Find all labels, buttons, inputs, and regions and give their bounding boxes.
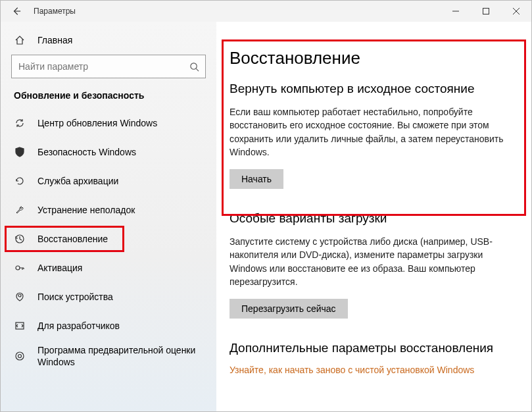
sidebar: Главная Обновление и безопасность Центр … bbox=[1, 22, 216, 411]
shield-icon bbox=[14, 147, 26, 157]
sidebar-home[interactable]: Главная bbox=[1, 28, 216, 55]
insider-icon bbox=[14, 351, 26, 361]
backup-icon bbox=[14, 176, 26, 186]
svg-point-11 bbox=[18, 355, 22, 358]
restart-now-button[interactable]: Перезагрузить сейчас bbox=[230, 299, 348, 319]
svg-rect-1 bbox=[483, 9, 489, 14]
sidebar-item-label: Поиск устройства bbox=[37, 291, 113, 303]
sidebar-item-find-device[interactable]: Поиск устройства bbox=[1, 282, 216, 311]
key-icon bbox=[14, 263, 26, 273]
section-description: Если ваш компьютер работает нестабильно,… bbox=[230, 105, 517, 159]
sidebar-item-windows-update[interactable]: Центр обновления Windows bbox=[1, 109, 216, 138]
section-advanced-startup: Особые варианты загрузки Запустите систе… bbox=[230, 211, 517, 319]
search-input[interactable] bbox=[17, 61, 188, 72]
settings-window: Параметры Главная Об bbox=[0, 0, 532, 412]
developers-icon bbox=[14, 321, 26, 331]
search-icon bbox=[188, 62, 200, 72]
svg-point-7 bbox=[16, 266, 20, 270]
sidebar-item-label: Программа предварительной оценки Windows bbox=[37, 344, 203, 368]
find-device-icon bbox=[14, 292, 26, 302]
sidebar-item-activation[interactable]: Активация bbox=[1, 253, 216, 282]
close-button[interactable] bbox=[501, 1, 531, 22]
fresh-start-link[interactable]: Узнайте, как начать заново с чистой уста… bbox=[230, 365, 474, 375]
window-title: Параметры bbox=[34, 7, 76, 16]
maximize-button[interactable] bbox=[471, 1, 501, 22]
section-title: Вернуть компьютер в исходное состояние bbox=[230, 82, 517, 96]
minimize-button[interactable] bbox=[441, 1, 471, 22]
search-box[interactable] bbox=[11, 55, 206, 78]
sidebar-home-label: Главная bbox=[37, 35, 72, 45]
recovery-icon bbox=[14, 234, 26, 244]
sidebar-item-label: Безопасность Windows bbox=[37, 146, 136, 158]
section-more-options: Дополнительные параметры восстановления … bbox=[230, 341, 517, 375]
sidebar-section-title: Обновление и безопасность bbox=[1, 90, 216, 109]
sidebar-item-label: Служба архивации bbox=[37, 175, 118, 187]
sync-icon bbox=[14, 118, 26, 128]
reset-start-button[interactable]: Начать bbox=[230, 169, 283, 189]
sidebar-item-recovery[interactable]: Восстановление bbox=[1, 224, 216, 253]
content-pane: Восстановление Вернуть компьютер в исход… bbox=[216, 22, 531, 411]
sidebar-item-security[interactable]: Безопасность Windows bbox=[1, 138, 216, 167]
svg-point-10 bbox=[16, 352, 24, 360]
sidebar-item-developers[interactable]: Для разработчиков bbox=[1, 311, 216, 340]
sidebar-item-label: Восстановление bbox=[37, 233, 108, 245]
section-title: Дополнительные параметры восстановления bbox=[230, 341, 517, 355]
sidebar-item-label: Устранение неполадок bbox=[37, 204, 135, 216]
page-title: Восстановление bbox=[230, 48, 517, 68]
back-button[interactable] bbox=[6, 1, 27, 22]
titlebar: Параметры bbox=[1, 1, 531, 22]
sidebar-item-label: Центр обновления Windows bbox=[37, 117, 157, 129]
section-description: Запустите систему с устройства либо диск… bbox=[230, 235, 517, 288]
section-reset: Вернуть компьютер в исходное состояние Е… bbox=[230, 82, 517, 189]
sidebar-item-label: Для разработчиков bbox=[37, 320, 120, 332]
sidebar-item-label: Активация bbox=[37, 262, 82, 274]
sidebar-item-backup[interactable]: Служба архивации bbox=[1, 167, 216, 195]
wrench-icon bbox=[14, 205, 26, 215]
home-icon bbox=[14, 35, 26, 45]
sidebar-item-troubleshoot[interactable]: Устранение неполадок bbox=[1, 195, 216, 224]
svg-point-8 bbox=[18, 294, 21, 297]
svg-line-5 bbox=[196, 68, 199, 71]
svg-point-4 bbox=[190, 63, 196, 68]
section-title: Особые варианты загрузки bbox=[230, 211, 517, 226]
sidebar-item-insider[interactable]: Программа предварительной оценки Windows bbox=[1, 340, 216, 372]
